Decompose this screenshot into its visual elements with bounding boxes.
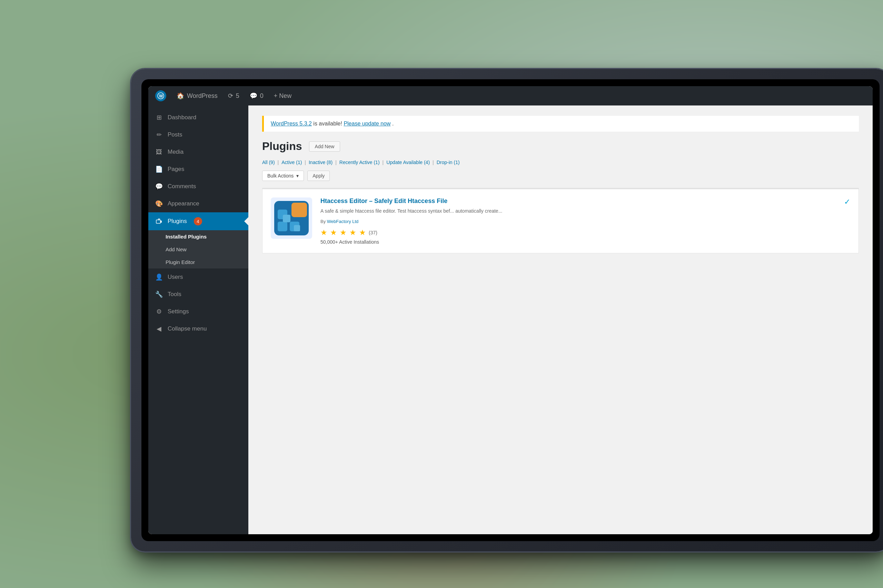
sidebar-item-comments[interactable]: 💬 Comments xyxy=(148,178,248,195)
star-1: ★ xyxy=(320,228,327,237)
update-suffix: . xyxy=(392,121,394,126)
update-version-link[interactable]: WordPress 5.3.2 xyxy=(271,121,312,126)
sidebar-label-users: Users xyxy=(168,274,183,280)
review-count: (37) xyxy=(369,230,378,236)
filter-update-available[interactable]: Update Available (4) xyxy=(386,160,430,165)
sep-1: | xyxy=(278,160,279,165)
settings-icon: ⚙ xyxy=(155,308,163,315)
filter-recently-active[interactable]: Recently Active (1) xyxy=(339,160,380,165)
star-5: ★ xyxy=(359,228,366,237)
plugin-icon-htaccess xyxy=(271,198,312,239)
tools-icon: 🔧 xyxy=(155,291,163,298)
updates-count: 5 xyxy=(236,92,239,100)
filter-drop-in[interactable]: Drop-in (1) xyxy=(437,160,460,165)
sep-2: | xyxy=(305,160,306,165)
home-icon: 🏠 xyxy=(177,92,184,100)
plugin-name[interactable]: Htaccess Editor – Safely Edit Htaccess F… xyxy=(320,198,836,205)
sidebar-label-tools: Tools xyxy=(168,291,181,298)
site-name-item[interactable]: 🏠 WordPress xyxy=(177,92,218,100)
sidebar-item-collapse[interactable]: ◀ Collapse menu xyxy=(148,320,248,338)
apply-button[interactable]: Apply xyxy=(307,171,330,181)
screen-bezel: W 🏠 WordPress ⟳ 5 💬 0 xyxy=(141,79,880,541)
bulk-actions-arrow-icon: ▾ xyxy=(296,173,299,178)
sidebar-item-media[interactable]: 🖼 Media xyxy=(148,143,248,160)
wp-admin-main: ⊞ Dashboard ✏ Posts 🖼 Media xyxy=(148,105,872,534)
updates-item[interactable]: ⟳ 5 xyxy=(228,92,239,100)
update-notice: WordPress 5.3.2 is available! Please upd… xyxy=(262,116,859,132)
collapse-icon: ◀ xyxy=(155,325,163,333)
filter-inactive[interactable]: Inactive (8) xyxy=(309,160,332,165)
sep-5: | xyxy=(433,160,434,165)
sidebar-item-pages[interactable]: 📄 Pages xyxy=(148,160,248,178)
sidebar-item-posts[interactable]: ✏ Posts xyxy=(148,126,248,143)
bulk-actions-bar: Bulk Actions ▾ Apply xyxy=(262,171,859,181)
wp-main-content: WordPress 5.3.2 is available! Please upd… xyxy=(248,105,872,534)
plugin-card-htaccess: Htaccess Editor – Safely Edit Htaccess F… xyxy=(262,188,859,254)
svg-rect-7 xyxy=(278,222,287,231)
comments-sidebar-icon: 💬 xyxy=(155,183,163,190)
stars-row: ★ ★ ★ ★ ★ (37) xyxy=(320,228,836,237)
svg-text:W: W xyxy=(159,94,163,99)
sidebar-label-appearance: Appearance xyxy=(168,200,199,207)
laptop-frame: W 🏠 WordPress ⟳ 5 💬 0 xyxy=(131,69,883,552)
submenu-installed-plugins[interactable]: Installed Plugins xyxy=(148,230,248,243)
sidebar-item-users[interactable]: 👤 Users xyxy=(148,268,248,286)
filter-active[interactable]: Active (1) xyxy=(281,160,302,165)
filter-all[interactable]: All (9) xyxy=(262,160,275,165)
svg-rect-10 xyxy=(294,225,300,231)
plugin-info-htaccess: Htaccess Editor – Safely Edit Htaccess F… xyxy=(320,198,836,245)
sidebar-label-settings: Settings xyxy=(168,308,189,315)
svg-rect-9 xyxy=(283,215,290,222)
wp-sidebar: ⊞ Dashboard ✏ Posts 🖼 Media xyxy=(148,105,248,534)
new-content-item[interactable]: + New xyxy=(274,92,292,100)
submenu-label-editor: Plugin Editor xyxy=(165,259,195,265)
dashboard-icon: ⊞ xyxy=(155,114,163,122)
sidebar-label-pages: Pages xyxy=(168,166,184,172)
comments-item[interactable]: 💬 0 xyxy=(250,92,263,100)
sidebar-label-comments: Comments xyxy=(168,183,196,190)
submenu-label-add-new: Add New xyxy=(165,246,187,252)
submenu-label-installed: Installed Plugins xyxy=(165,234,207,240)
sidebar-item-tools[interactable]: 🔧 Tools xyxy=(148,286,248,303)
sidebar-label-collapse: Collapse menu xyxy=(168,326,207,332)
page-title-row: Plugins Add New xyxy=(262,140,859,153)
plugins-submenu: Installed Plugins Add New Plugin Editor xyxy=(148,230,248,268)
wp-logo-icon[interactable]: W xyxy=(155,90,166,101)
plugin-description: A safe & simple htaccess file editor. Te… xyxy=(320,207,836,215)
screen-content: W 🏠 WordPress ⟳ 5 💬 0 xyxy=(148,86,872,534)
update-message: is available! xyxy=(313,121,342,126)
add-new-button[interactable]: Add New xyxy=(309,141,340,152)
star-4: ★ xyxy=(349,228,356,237)
sidebar-label-dashboard: Dashboard xyxy=(168,114,196,121)
comments-icon: 💬 xyxy=(250,92,257,100)
sidebar-label-posts: Posts xyxy=(168,131,182,138)
star-2: ★ xyxy=(330,228,337,237)
page-title: Plugins xyxy=(262,140,302,153)
new-label: + New xyxy=(274,92,292,100)
appearance-icon: 🎨 xyxy=(155,200,163,207)
site-name-label: WordPress xyxy=(187,92,218,100)
comments-count: 0 xyxy=(260,92,263,100)
pages-icon: 📄 xyxy=(155,165,163,173)
plugins-arrow xyxy=(244,217,248,225)
update-now-link[interactable]: Please update now xyxy=(343,121,390,126)
active-checkmark: ✓ xyxy=(844,198,850,245)
wp-admin-bar: W 🏠 WordPress ⟳ 5 💬 0 xyxy=(148,86,872,105)
bulk-actions-dropdown[interactable]: Bulk Actions ▾ xyxy=(262,171,304,181)
plugin-author-link[interactable]: WebFactory Ltd xyxy=(327,219,359,224)
sidebar-item-settings[interactable]: ⚙ Settings xyxy=(148,303,248,320)
filter-links: All (9) | Active (1) | Inactive (8) | Re… xyxy=(262,160,859,165)
svg-rect-3 xyxy=(160,220,162,223)
laptop-device: W 🏠 WordPress ⟳ 5 💬 0 xyxy=(131,69,883,552)
bulk-actions-label: Bulk Actions xyxy=(267,173,293,178)
sidebar-item-dashboard[interactable]: ⊞ Dashboard xyxy=(148,109,248,126)
sep-3: | xyxy=(335,160,337,165)
plugins-badge: 4 xyxy=(194,217,202,225)
sidebar-item-plugins[interactable]: Plugins 4 xyxy=(148,212,248,230)
plugin-author: By WebFactory Ltd xyxy=(320,219,836,224)
submenu-add-new[interactable]: Add New xyxy=(148,243,248,256)
install-count: 50,000+ Active Installations xyxy=(320,239,836,245)
sidebar-item-appearance[interactable]: 🎨 Appearance xyxy=(148,195,248,212)
submenu-plugin-editor[interactable]: Plugin Editor xyxy=(148,256,248,268)
plugins-icon xyxy=(155,218,163,225)
